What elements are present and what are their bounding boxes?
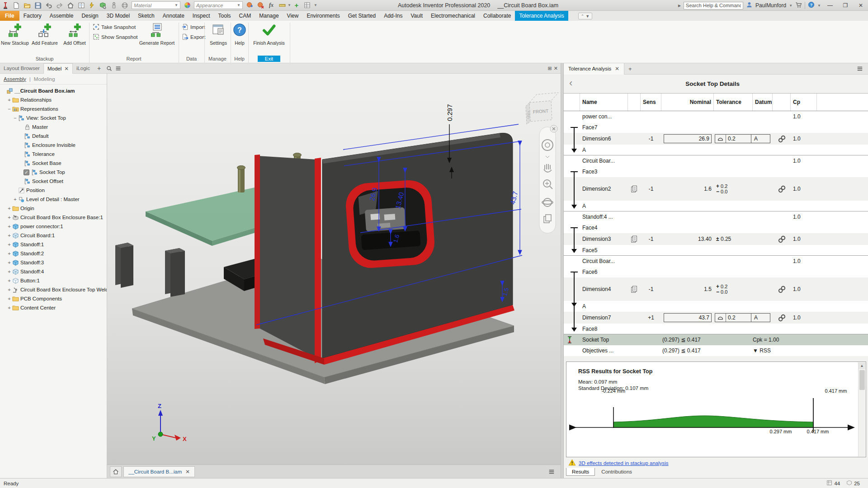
ribbon-tab-electromechanical[interactable]: Electromechanical (427, 11, 479, 21)
scrollbar[interactable]: ▲ (858, 362, 865, 456)
status-badge-1[interactable]: 44 (826, 480, 840, 487)
tree-expand-toggle[interactable]: + (7, 278, 12, 283)
nominal-input[interactable]: 43.7 (664, 313, 712, 322)
hamburger-menu-icon[interactable] (855, 65, 864, 73)
tree-item-socket-top[interactable]: ✓Socket Top (0, 168, 107, 177)
tree-expand-toggle[interactable]: − (13, 115, 18, 121)
clear-appearance-icon[interactable] (255, 1, 266, 10)
tree-item-master[interactable]: Master (0, 122, 107, 131)
ribbon-tab-collaborate[interactable]: Collaborate (479, 11, 515, 21)
tree-item-standoff-4[interactable]: +Standoff:4 (0, 267, 107, 276)
tree-item-pcb-components[interactable]: +PCB Components (0, 294, 107, 303)
ribbon-tab-factory[interactable]: Factory (19, 11, 46, 21)
add-tab-button[interactable]: + (624, 66, 636, 72)
ribbon-tab-inspect[interactable]: Inspect (189, 11, 214, 21)
adjust-appearance-icon[interactable] (244, 1, 255, 10)
help-menu-chevron-icon[interactable]: ▼ (817, 4, 821, 8)
tree-item-content-center[interactable]: +Content Center (0, 303, 107, 312)
table-row-dimension3[interactable]: Dimension3-113.40± 0.251.0 (564, 233, 868, 245)
ribbon-tab-view[interactable]: View (283, 11, 303, 21)
home-tab-button[interactable] (110, 466, 122, 477)
tree-item-circuit-board-box-enclosure-base-1[interactable]: +Circuit Board Box Enclosure Base:1 (0, 213, 107, 222)
tree-expand-toggle[interactable]: + (7, 224, 12, 229)
tree-expand-toggle[interactable]: + (7, 269, 12, 274)
tree-expand-toggle[interactable]: + (7, 296, 12, 301)
add-icon[interactable]: + (291, 1, 302, 10)
settings-button[interactable]: Settings (206, 22, 231, 54)
scroll-up-icon[interactable]: ▲ (859, 362, 865, 369)
table-row-circuit-boar[interactable]: Circuit Boar...1.0 (564, 256, 868, 267)
table-row-face4[interactable]: Face4 (564, 222, 868, 233)
tree-item-circuit-board-box-enclosure-top-weldment-1[interactable]: +Circuit Board Box Enclosure Top Weldmen… (0, 285, 107, 294)
socket-opening[interactable] (344, 179, 436, 270)
search-expand-icon[interactable]: ▸ (678, 2, 681, 9)
render-ball-icon[interactable] (119, 1, 130, 10)
ribbon-tab-3d-model[interactable]: 3D Model (103, 11, 134, 21)
ribbon-tab-assemble[interactable]: Assemble (46, 11, 78, 21)
select-cube-icon[interactable] (98, 1, 108, 10)
chevron-down-icon[interactable]: ▼ (288, 3, 291, 7)
hamburger-menu-icon[interactable] (113, 64, 123, 72)
ribbon-tab-sketch[interactable]: Sketch (134, 11, 159, 21)
close-button[interactable]: ✕ (854, 0, 867, 10)
tree-expand-toggle[interactable]: + (7, 260, 12, 265)
panel-tab-ilogic[interactable]: iLogic (73, 63, 94, 74)
tree-item-default[interactable]: Default (0, 131, 107, 141)
close-icon[interactable]: ✕ (64, 66, 69, 72)
tree-item-standoff-2[interactable]: +Standoff:2 (0, 249, 107, 258)
ribbon-tab-annotate[interactable]: Annotate (159, 11, 189, 21)
inventor-logo-icon[interactable] (0, 1, 11, 10)
tree-item-enclosure-invisible[interactable]: Enclosure Invisible (0, 141, 107, 150)
close-panel-icon[interactable]: ✕ (554, 66, 558, 71)
table-row-face6[interactable]: Face6 (564, 267, 868, 277)
restore-button[interactable]: ❐ (839, 0, 852, 10)
link-icon[interactable] (773, 277, 791, 301)
table-row-dimension6[interactable]: Dimension6-126.90.2A1.0 (564, 133, 868, 145)
copies-icon[interactable] (628, 233, 641, 245)
mode-tab-modeling[interactable]: Modeling (34, 76, 55, 82)
generate-report-button[interactable]: Generate Report (137, 22, 177, 54)
link-icon[interactable] (773, 177, 791, 201)
close-icon[interactable]: ✕ (615, 66, 619, 72)
new-file-icon[interactable] (11, 1, 22, 10)
constrain-icon[interactable] (108, 1, 119, 10)
tree-item-level-of-detail-master[interactable]: +Level of Detail : Master (0, 195, 107, 204)
tree-item-socket-offset[interactable]: Socket Offset (0, 177, 107, 186)
tree-item-representations[interactable]: −Representations (0, 104, 107, 113)
scroll-thumb[interactable] (859, 370, 865, 390)
tolerance-input[interactable]: 0.2A (715, 134, 770, 143)
parameters-fx-icon[interactable]: fx (266, 1, 277, 10)
table-row-power-con[interactable]: power con...1.0 (564, 111, 868, 122)
tree-item-relationships[interactable]: +Relationships (0, 95, 107, 104)
ribbon-tab-cam[interactable]: CAM (235, 11, 255, 21)
undo-icon[interactable] (43, 1, 54, 10)
nominal-input[interactable]: 26.9 (664, 134, 712, 143)
table-row-circuit-boar[interactable]: Circuit Boar...1.0 (564, 155, 868, 166)
panel-tab-model[interactable]: Model✕ (43, 63, 73, 74)
tree-checkbox[interactable]: ✓ (24, 169, 29, 175)
ribbon-tab-design[interactable]: Design (77, 11, 102, 21)
table-row-a[interactable]: A (564, 201, 868, 211)
ribbon-tab-tolerance-analysis[interactable]: Tolerance Analysis (515, 11, 568, 21)
tree-item-view-socket-top[interactable]: −View: Socket Top (0, 113, 107, 122)
tree-expand-toggle[interactable]: + (7, 251, 12, 256)
ribbon-collapse-control[interactable]: ⌃ ▼ (578, 13, 592, 19)
tree-expand-toggle[interactable]: + (7, 215, 12, 220)
tree-expand-toggle[interactable]: + (7, 97, 12, 103)
tree-item-circuit-board-1[interactable]: +Circuit Board:1 (0, 231, 107, 240)
dock-panel-icon[interactable]: ⊞ (548, 66, 552, 71)
tolerance-analysis-tab[interactable]: Tolerance Analysis✕ (564, 63, 624, 75)
link-icon[interactable] (773, 312, 791, 324)
drawing-view-icon[interactable] (76, 1, 87, 10)
tree-item-circuit-board-box-iam[interactable]: __Circuit Board Box.iam (0, 86, 107, 95)
tree-item-origin[interactable]: +Origin (0, 204, 107, 213)
user-name[interactable]: PaulMunford (755, 2, 786, 9)
search-input[interactable] (684, 2, 743, 9)
navigation-bar[interactable] (539, 125, 557, 233)
qat-overflow-icon[interactable]: ▼ (314, 3, 317, 7)
table-row-face7[interactable]: Face7 (564, 122, 868, 133)
tree-item-position[interactable]: Position (0, 186, 107, 195)
redo-icon[interactable] (54, 1, 65, 10)
tree-item-standoff-3[interactable]: +Standoff:3 (0, 258, 107, 267)
warning-link[interactable]: 3D effects detected in stackup analysis (579, 460, 669, 466)
